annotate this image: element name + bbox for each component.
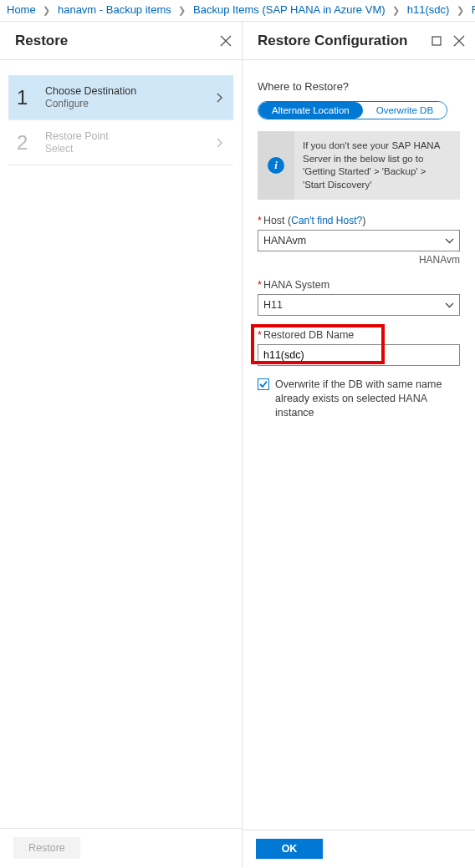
svg-rect-0	[432, 37, 441, 45]
host-label: *Host (Can't find Host?)	[258, 215, 460, 226]
ok-button[interactable]: OK	[256, 839, 323, 859]
step-choose-destination[interactable]: 1 Choose Destination Configure	[8, 75, 233, 120]
step-restore-point[interactable]: 2 Restore Point Select	[8, 120, 233, 165]
restore-location-toggle: Alternate Location Overwrite DB	[258, 101, 447, 119]
close-icon[interactable]	[453, 35, 465, 47]
info-text: If you don't see your SAP HANA Server in…	[294, 131, 460, 200]
step-title: Restore Point	[45, 130, 217, 142]
close-icon[interactable]	[220, 35, 232, 47]
step-title: Choose Destination	[45, 85, 217, 97]
hana-system-select[interactable]: H11	[258, 294, 460, 316]
step-number: 2	[17, 131, 40, 155]
hana-system-label: *HANA System	[258, 279, 460, 291]
cant-find-host-link[interactable]: Can't find Host?	[291, 215, 362, 226]
chevron-right-icon: ❯	[43, 5, 50, 15]
restored-db-name-label: *Restored DB Name	[258, 329, 460, 341]
breadcrumb-backup-items[interactable]: Backup Items (SAP HANA in Azure VM)	[193, 3, 386, 16]
chevron-down-icon	[445, 302, 454, 308]
restore-button: Restore	[13, 837, 80, 859]
step-subtitle: Select	[45, 143, 217, 155]
breadcrumb-restore[interactable]: Restore	[472, 3, 475, 16]
overwrite-db-option[interactable]: Overwrite DB	[363, 102, 447, 119]
chevron-right-icon	[217, 93, 223, 103]
restore-panel: Restore 1 Choose Destination Configure 2	[0, 22, 243, 867]
where-to-restore-heading: Where to Restore?	[258, 80, 460, 93]
restore-configuration-panel: Restore Configuration Where to Restore? …	[243, 22, 475, 867]
restored-db-name-input[interactable]	[258, 344, 460, 366]
alternate-location-option[interactable]: Alternate Location	[258, 102, 363, 119]
chevron-right-icon: ❯	[392, 5, 400, 15]
chevron-down-icon	[445, 238, 454, 244]
host-helper: HANAvm	[258, 254, 460, 266]
overwrite-checkbox[interactable]	[258, 378, 269, 390]
overwrite-checkbox-label: Overwrite if the DB with same name alrea…	[275, 378, 460, 420]
host-select[interactable]: HANAvm	[258, 230, 460, 251]
chevron-right-icon: ❯	[457, 5, 464, 15]
breadcrumb-h11sdc[interactable]: h11(sdc)	[407, 3, 450, 16]
breadcrumb: Home ❯ hanavm - Backup items ❯ Backup It…	[0, 0, 475, 21]
chevron-right-icon: ❯	[178, 5, 186, 15]
maximize-icon[interactable]	[432, 35, 442, 47]
info-icon: i	[268, 157, 284, 174]
restore-config-title: Restore Configuration	[258, 33, 407, 49]
step-subtitle: Configure	[45, 98, 217, 109]
breadcrumb-hanavm[interactable]: hanavm - Backup items	[58, 3, 171, 16]
info-banner: i If you don't see your SAP HANA Server …	[258, 131, 460, 200]
breadcrumb-home[interactable]: Home	[7, 3, 36, 16]
chevron-right-icon	[217, 138, 223, 148]
restore-title: Restore	[15, 33, 68, 49]
step-number: 1	[17, 86, 40, 109]
